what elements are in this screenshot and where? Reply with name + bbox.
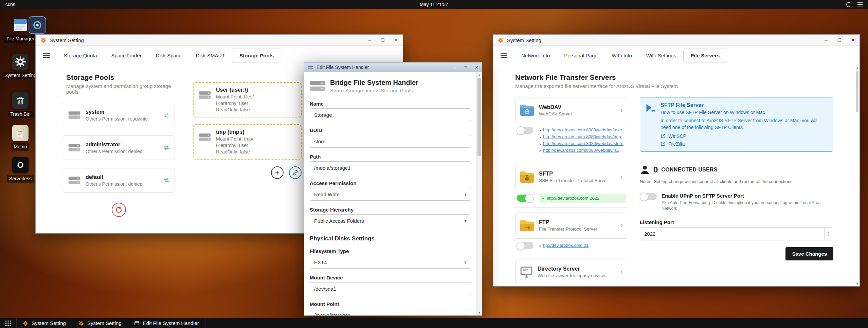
mount-item-user[interactable]: User (user:/) Mount Point: files/ Hierar… [193,82,302,117]
close-button[interactable]: × [851,37,855,43]
minimize-button[interactable]: – [368,37,371,43]
sync-icon[interactable] [163,144,170,151]
window-scrollbar[interactable]: ▲ ▼ [855,65,860,286]
number-spinner[interactable]: ▴▾ [824,228,833,240]
hamburger-icon[interactable] [43,53,50,58]
desktop-icon-trash-bin[interactable]: Trash Bin [0,92,41,118]
tab-wifi-settings[interactable]: WiFi Settings [639,49,683,62]
sftp-terminal-icon [646,104,656,147]
pool-name: default [86,174,143,180]
sync-icon[interactable] [163,177,170,184]
refresh-pools-button[interactable] [112,203,126,217]
ftp-url[interactable]: ftp://dev.arozos.com:21 [543,243,589,248]
tab-personal-page[interactable]: Personal Page [557,49,604,62]
task-item-edit-fs-handler[interactable]: Edit File System Handler [128,318,205,328]
minimize-button[interactable]: – [825,37,828,43]
sftp-url[interactable]: sftp://dev.arozos.com:2022 [547,196,599,201]
mount-hierarchy: Hierarchy: user [216,143,253,148]
server-card-sftp[interactable]: SFTP SSH File Transfer Protocol Server › [515,164,627,190]
webdav-url[interactable]: http://dev.arozos.com:8080/webdav/user [543,127,622,132]
client-link-filezilla[interactable]: FileZilla [661,141,827,147]
desktop-icon-serverless[interactable]: O Serverless [0,157,41,183]
webdav-link: ▸http://dev.arozos.com:8080/webdav/store [540,140,623,147]
mount-point: Mount Point: files/ [216,94,254,99]
mount-hierarchy: Hierarchy: user [216,101,254,106]
tab-network-info[interactable]: Network Info [514,49,557,62]
sftp-folder-icon [520,171,535,183]
bridge-link-button[interactable] [289,166,302,179]
close-button[interactable]: × [475,65,478,70]
listening-port-input[interactable] [640,227,833,240]
webdav-url[interactable]: http://dev.arozos.com:8080/webdav/ls1 [543,148,619,153]
window-title-bar[interactable]: System Setting – □ × [493,35,860,46]
close-button[interactable]: × [394,37,398,43]
tab-disk-space[interactable]: Disk Space [149,49,189,62]
save-changes-button[interactable]: Save Changes [785,247,833,260]
desktop-icon-label: Trash Bin [8,111,33,118]
tab-space-finder[interactable]: Space Finder [104,49,149,62]
connection-note: Notes: Setting change will disconnect al… [640,179,833,184]
tab-storage-pools[interactable]: Storage Pools [232,49,281,62]
desktop-icon-system-setting[interactable]: System Setting [0,54,41,79]
webdav-toggle[interactable] [517,127,534,134]
tab-storage-quota[interactable]: Storage Quota [57,49,104,62]
gear-icon [12,54,29,70]
name-input[interactable] [310,108,471,121]
hamburger-icon[interactable] [501,53,507,58]
loading-icon[interactable] [846,2,851,7]
task-item-system-setting-2[interactable]: System Setting [72,318,128,328]
serverless-icon: O [12,157,29,173]
pool-item-default[interactable]: default Other's Permission: denied [63,168,175,193]
drive-icon [198,90,211,113]
add-handler-button[interactable]: + [271,166,284,179]
webdav-link: ▸http://dev.arozos.com:8080/webdav/ls1 [540,147,623,154]
filesystem-type-select[interactable]: EXT4 ▾ [310,256,471,269]
mount-device-input[interactable] [310,282,471,295]
physical-disks-section-title: Physical Disks Settings [310,235,471,242]
desktop-icon-label: Memo [12,143,30,151]
desktop-icon-memo[interactable]: Memo [0,125,41,151]
file-manager-icon [12,17,29,33]
top-bar: ccns May 11 21:57 [0,0,868,9]
maximize-button[interactable]: □ [464,65,467,70]
maximize-button[interactable]: □ [381,37,384,43]
server-card-ftp[interactable]: FTP File Transfer Protocol Server › [515,213,627,239]
uuid-input[interactable] [310,135,471,148]
page-subtitle: Manage system and permission group stora… [66,83,175,95]
sftp-toggle[interactable] [517,195,534,202]
webdav-url[interactable]: http://dev.arozos.com:8080/webdav/tmp [543,134,621,139]
drive-icon [68,175,81,186]
mount-item-tmp[interactable]: tmp (tmp:/) Mount Point: tmp/ Hierarchy:… [193,124,302,160]
sync-icon[interactable] [163,112,170,119]
path-label: Path [310,154,471,160]
tab-disk-smart[interactable]: Disk SMART [189,49,232,62]
window-scrollbar[interactable]: ▲ ▼ [476,72,482,315]
window-title-bar[interactable]: Edit File System Handler – □ × [304,62,482,72]
mount-point-input[interactable] [310,309,471,315]
ftp-toggle[interactable] [517,242,534,249]
pool-item-administrator[interactable]: administrator Other's Permission: denied [63,135,175,160]
pool-item-system[interactable]: system Other's Permission: readwrite [63,103,175,127]
upnp-toggle[interactable] [640,193,657,200]
tab-wifi-info[interactable]: WiFi Info [605,49,639,62]
task-item-system-setting-1[interactable]: System Setting [16,318,72,328]
window-title-bar[interactable]: System Setting – □ × [36,35,403,46]
server-card-directory[interactable]: Directory Server Web file viewer for leg… [515,259,627,285]
storage-hierarchy-select[interactable]: Public Access Folders ▾ [310,214,471,227]
user-icon [640,165,650,175]
server-card-webdav[interactable]: WebDAV WebDAV Server › [515,97,627,123]
desktop-shortcut[interactable] [27,17,48,33]
webdav-url[interactable]: http://dev.arozos.com:8080/webdav/store [543,141,623,146]
client-link-winscp[interactable]: WinSCP [661,133,827,139]
tab-file-servers[interactable]: File Servers [683,49,727,62]
drive-icon [198,132,211,155]
minimize-button[interactable]: – [453,65,456,70]
access-permission-select[interactable]: Read Write ▾ [310,188,471,201]
path-input[interactable] [310,161,471,174]
maximize-button[interactable]: □ [838,37,841,43]
server-name: Directory Server [538,266,607,272]
menu-icon[interactable] [857,2,863,6]
app-launcher-button[interactable] [0,318,16,328]
mount-name: User (user:/) [216,87,254,93]
directory-server-icon [520,265,533,279]
